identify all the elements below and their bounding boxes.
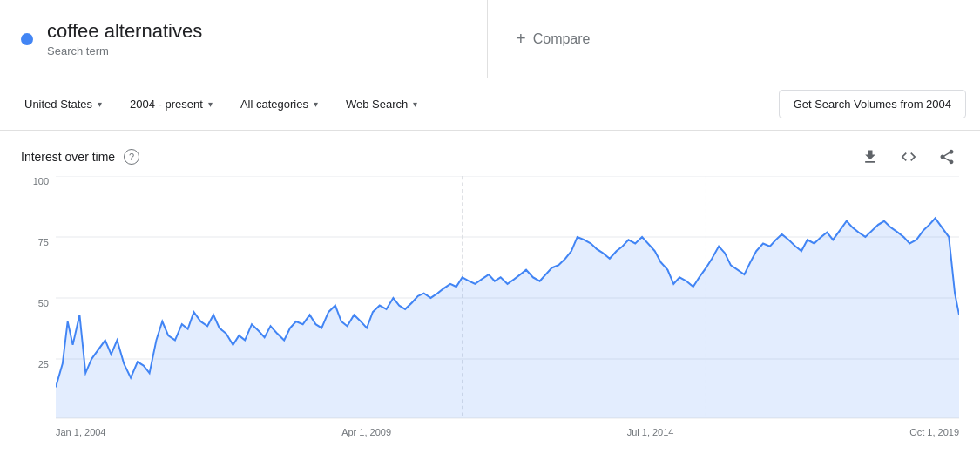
period-filter[interactable]: 2004 - present ▾: [119, 92, 223, 116]
region-label: United States: [24, 98, 92, 111]
categories-chevron-icon: ▾: [314, 99, 318, 109]
region-filter[interactable]: United States ▾: [14, 92, 112, 116]
get-volumes-button[interactable]: Get Search Volumes from 2004: [779, 90, 966, 118]
categories-label: All categories: [240, 98, 308, 111]
term-name: coffee alternatives: [47, 20, 202, 43]
share-icon: [938, 148, 956, 166]
region-chevron-icon: ▾: [98, 99, 102, 109]
y-label-100: 100: [33, 176, 49, 186]
y-label-75: 75: [38, 237, 49, 247]
period-label: 2004 - present: [130, 98, 203, 111]
search-type-filter[interactable]: Web Search ▾: [335, 92, 428, 116]
x-label-2004: Jan 1, 2004: [56, 427, 106, 437]
term-type: Search term: [47, 44, 202, 58]
term-indicator-dot: [21, 33, 33, 45]
embed-button[interactable]: [896, 145, 921, 169]
chart-area: Note Note: [56, 176, 959, 420]
filters-bar: United States ▾ 2004 - present ▾ All cat…: [0, 78, 980, 131]
download-icon: [862, 148, 879, 166]
embed-icon: [900, 148, 917, 166]
help-icon[interactable]: ?: [124, 149, 139, 165]
compare-label: Compare: [533, 31, 591, 47]
compare-section: + Compare: [488, 0, 980, 78]
y-axis: 100 75 50 25: [21, 176, 56, 420]
plus-icon: +: [516, 29, 526, 49]
search-type-chevron-icon: ▾: [413, 99, 417, 109]
search-type-label: Web Search: [346, 98, 408, 111]
chart-title-area: Interest over time ?: [21, 149, 139, 165]
chart-header: Interest over time ?: [21, 145, 959, 169]
y-label-50: 50: [38, 298, 49, 308]
search-term-section: coffee alternatives Search term: [0, 0, 488, 78]
chart-svg: Note Note: [56, 176, 959, 420]
share-button[interactable]: [935, 145, 959, 169]
x-label-2009: Apr 1, 2009: [341, 427, 391, 437]
search-term-text: coffee alternatives Search term: [47, 20, 202, 58]
compare-button[interactable]: + Compare: [516, 29, 591, 49]
download-button[interactable]: [858, 145, 882, 169]
x-axis: Jan 1, 2004 Apr 1, 2009 Jul 1, 2014 Oct …: [56, 420, 959, 455]
chart-container: 100 75 50 25 Note Note: [21, 176, 959, 455]
chart-title: Interest over time: [21, 150, 115, 164]
categories-filter[interactable]: All categories ▾: [230, 92, 328, 116]
y-label-25: 25: [38, 359, 49, 369]
period-chevron-icon: ▾: [208, 99, 213, 109]
x-label-2019: Oct 1, 2019: [909, 427, 959, 437]
page-header: coffee alternatives Search term + Compar…: [0, 0, 980, 78]
chart-actions: [858, 145, 959, 169]
chart-section: Interest over time ? 100 7: [0, 131, 980, 455]
x-label-2014: Jul 1, 2014: [627, 427, 674, 437]
